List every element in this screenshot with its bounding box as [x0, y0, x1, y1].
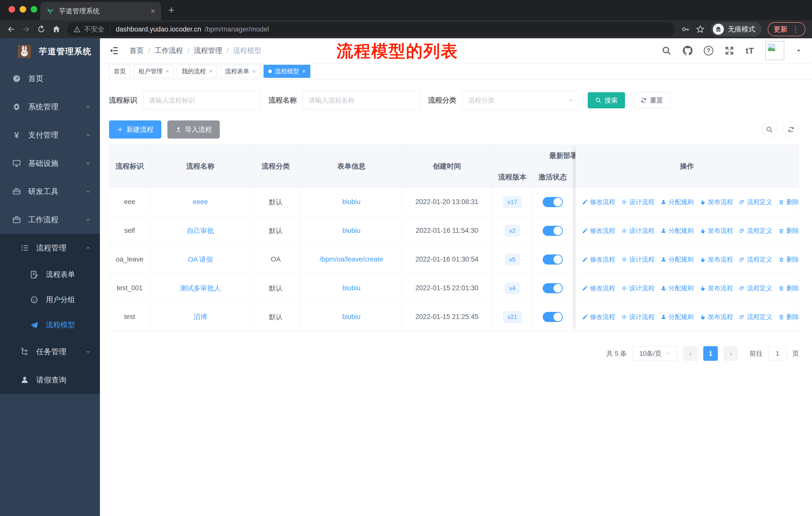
action-link-1[interactable]: 修改流程 — [582, 284, 615, 292]
avatar[interactable] — [765, 41, 784, 60]
process-name-link[interactable]: 测试多审批人 — [180, 284, 221, 293]
browser-tab[interactable]: 芋道管理系统 × — [40, 2, 161, 20]
sidebar-item-payment[interactable]: ¥ 支付管理 — [0, 121, 100, 149]
update-button[interactable]: 更新 ⋮ — [768, 22, 806, 36]
process-name-link[interactable]: eeee — [193, 198, 208, 206]
import-process-button[interactable]: 导入流程 — [167, 120, 220, 139]
font-size-icon[interactable]: tT — [746, 46, 754, 56]
action-link-3[interactable]: 分配规则 — [661, 284, 694, 292]
action-link-5[interactable]: 流程定义 — [739, 255, 772, 264]
form-link[interactable]: biubiu — [342, 227, 360, 235]
active-toggle[interactable] — [543, 254, 563, 265]
tag-process-model[interactable]: 流程模型 × — [264, 65, 310, 78]
help-icon[interactable]: ? — [704, 46, 713, 55]
breadcrumb-item[interactable]: 流程管理 — [194, 46, 222, 55]
new-tab-button[interactable]: + — [168, 4, 175, 16]
action-link-6[interactable]: 删除 — [778, 284, 799, 292]
sidebar-item-leave-query[interactable]: 请假查询 — [0, 366, 100, 394]
key-icon[interactable] — [681, 25, 690, 33]
action-link-3[interactable]: 分配规则 — [661, 255, 694, 264]
goto-page-input[interactable]: 1 — [768, 346, 787, 361]
action-link-6[interactable]: 删除 — [778, 313, 799, 321]
action-link-5[interactable]: 流程定义 — [739, 284, 772, 292]
address-bar[interactable]: 不安全 dashboard.yudao.iocoder.cn /bpm/mana… — [67, 22, 675, 36]
prev-page-button[interactable]: ‹ — [683, 346, 698, 361]
action-link-2[interactable]: 设计流程 — [621, 284, 655, 292]
fullscreen-icon[interactable] — [724, 46, 734, 56]
breadcrumb-item[interactable]: 首页 — [129, 46, 144, 55]
action-link-1[interactable]: 修改流程 — [582, 255, 615, 264]
action-link-5[interactable]: 流程定义 — [739, 313, 772, 321]
action-link-1[interactable]: 修改流程 — [582, 313, 615, 321]
sidebar-item-process-management[interactable]: 流程管理 — [0, 234, 100, 262]
sidebar-item-process-model[interactable]: 流程模型 — [0, 313, 100, 337]
sidebar-item-task-management[interactable]: 任务管理 — [0, 337, 100, 366]
action-link-3[interactable]: 分配规则 — [661, 313, 694, 321]
action-link-2[interactable]: 设计流程 — [621, 313, 655, 321]
form-link[interactable]: biubiu — [342, 313, 360, 321]
action-link-6[interactable]: 删除 — [778, 255, 799, 264]
reload-icon[interactable] — [37, 25, 46, 34]
action-link-4[interactable]: 发布流程 — [700, 198, 733, 206]
action-link-4[interactable]: 发布流程 — [700, 284, 733, 292]
create-process-button[interactable]: 新建流程 — [109, 120, 161, 139]
github-icon[interactable] — [683, 46, 693, 56]
toggle-search-button[interactable] — [762, 122, 777, 137]
page-size-select[interactable]: 10条/页 — [632, 346, 677, 361]
close-icon[interactable]: × — [209, 68, 212, 74]
minimize-window-button[interactable] — [20, 6, 26, 12]
active-toggle[interactable] — [543, 197, 563, 207]
sidebar-item-home[interactable]: 首页 — [0, 64, 100, 93]
form-link[interactable]: /bpm/oa/leave/create — [320, 255, 383, 263]
action-link-1[interactable]: 修改流程 — [582, 198, 615, 206]
action-link-3[interactable]: 分配规则 — [661, 198, 694, 206]
action-link-6[interactable]: 删除 — [778, 226, 799, 235]
sidebar-item-infrastructure[interactable]: 基础设施 — [0, 149, 100, 178]
close-icon[interactable]: × — [302, 68, 306, 74]
search-icon[interactable] — [662, 46, 671, 56]
action-link-5[interactable]: 流程定义 — [739, 198, 772, 206]
tag-home[interactable]: 首页 — [109, 65, 130, 78]
next-page-button[interactable]: › — [723, 346, 738, 361]
active-toggle[interactable] — [543, 283, 563, 293]
action-link-3[interactable]: 分配规则 — [661, 226, 694, 235]
process-key-input[interactable]: 请输入流程标识 — [143, 91, 261, 109]
bookmark-star-icon[interactable] — [696, 25, 705, 34]
sidebar-item-dev-tools[interactable]: 研发工具 — [0, 178, 100, 206]
sidebar-item-user-group[interactable]: 用户分组 — [0, 287, 100, 313]
action-link-4[interactable]: 发布流程 — [700, 226, 733, 235]
form-link[interactable]: biubiu — [342, 284, 360, 292]
tag-my-process[interactable]: 我的流程 × — [177, 65, 217, 78]
sidebar-item-workflow[interactable]: 工作流程 — [0, 206, 100, 234]
process-name-input[interactable]: 请输入流程名称 — [303, 91, 420, 109]
breadcrumb-item[interactable]: 工作流程 — [155, 46, 183, 55]
tab-close-icon[interactable]: × — [150, 7, 155, 15]
reset-button[interactable]: 重置 — [633, 92, 670, 108]
forward-icon[interactable] — [22, 25, 31, 34]
refresh-table-button[interactable] — [783, 122, 799, 137]
process-name-link[interactable]: 滔博 — [194, 313, 207, 322]
caret-down-icon[interactable] — [795, 47, 802, 54]
search-button[interactable]: 搜索 — [588, 92, 625, 108]
active-toggle[interactable] — [543, 312, 563, 322]
action-link-1[interactable]: 修改流程 — [582, 226, 615, 235]
security-label[interactable]: 不安全 — [84, 25, 105, 34]
active-toggle[interactable] — [543, 226, 563, 236]
action-link-2[interactable]: 设计流程 — [621, 226, 655, 235]
close-window-button[interactable] — [8, 6, 15, 12]
close-icon[interactable]: × — [252, 68, 256, 74]
action-link-2[interactable]: 设计流程 — [621, 255, 655, 264]
form-link[interactable]: biubiu — [342, 198, 360, 206]
process-name-link[interactable]: 自己审批 — [187, 226, 214, 235]
action-link-5[interactable]: 流程定义 — [739, 226, 772, 235]
process-category-select[interactable]: 流程分类 — [462, 91, 580, 109]
back-icon[interactable] — [6, 25, 16, 34]
action-link-4[interactable]: 发布流程 — [700, 255, 733, 264]
sidebar-item-process-form[interactable]: 流程表单 — [0, 262, 100, 287]
tag-tenant[interactable]: 租户管理 × — [134, 65, 174, 78]
home-icon[interactable] — [52, 25, 61, 34]
close-icon[interactable]: × — [166, 68, 169, 74]
browser-menu-icon[interactable]: ⋮ — [792, 25, 800, 34]
collapse-sidebar-icon[interactable] — [109, 46, 119, 56]
sidebar-item-system[interactable]: 系统管理 — [0, 93, 100, 121]
